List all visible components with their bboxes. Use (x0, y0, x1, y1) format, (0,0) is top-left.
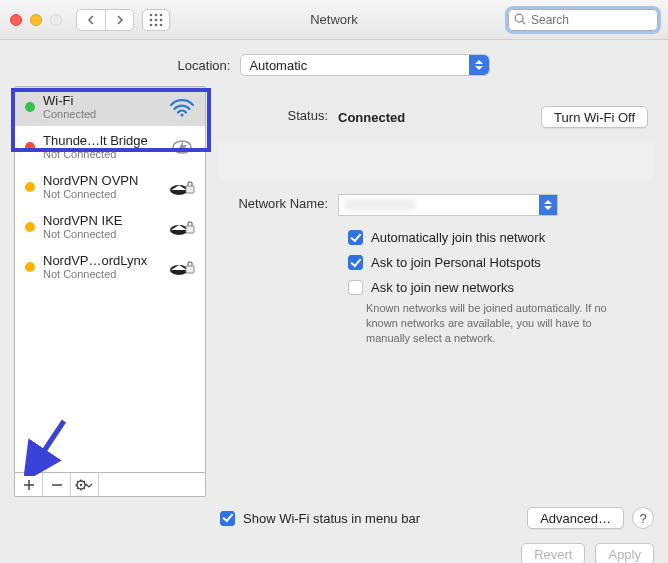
svg-line-24 (77, 481, 78, 482)
svg-rect-15 (186, 226, 194, 233)
auto-join-row: Automatically join this network (348, 230, 654, 245)
service-actions-button[interactable] (71, 473, 99, 496)
sidebar-toolbar (14, 473, 206, 497)
network-name-label: Network Name: (218, 194, 338, 211)
svg-point-8 (160, 23, 163, 26)
vpn-lock-icon (169, 177, 195, 197)
plus-icon (23, 479, 35, 491)
apply-button[interactable]: Apply (595, 543, 654, 563)
svg-point-1 (155, 13, 158, 16)
svg-line-27 (83, 481, 84, 482)
forward-button[interactable] (105, 10, 133, 30)
chevron-left-icon (87, 15, 95, 25)
gear-dropdown-icon (75, 479, 95, 491)
service-item-nordvpn-ike[interactable]: NordVPN IKE Not Connected (15, 206, 205, 246)
service-state: Connected (43, 108, 159, 120)
minimize-window-button[interactable] (30, 14, 42, 26)
minus-icon (51, 479, 63, 491)
grid-icon (149, 13, 163, 27)
zoom-window-button[interactable] (50, 14, 62, 26)
svg-rect-13 (186, 186, 194, 193)
ask-new-networks-label: Ask to join new networks (371, 280, 514, 295)
service-state: Not Connected (43, 188, 159, 200)
vpn-lock-icon (169, 217, 195, 237)
status-dot-icon (25, 142, 35, 152)
network-name-select[interactable] (338, 194, 558, 216)
thunderbolt-icon (170, 138, 194, 156)
svg-point-6 (150, 23, 153, 26)
svg-point-11 (180, 113, 183, 116)
svg-line-25 (83, 487, 84, 488)
status-value: Connected (338, 110, 405, 125)
service-state: Not Connected (43, 228, 159, 240)
ask-new-networks-checkbox[interactable] (348, 280, 363, 295)
service-item-nordvpn-nordlynx[interactable]: NordVP…ordLynx Not Connected (15, 246, 205, 286)
service-name: Wi-Fi (43, 93, 159, 108)
question-mark-icon: ? (639, 511, 646, 526)
window-controls (10, 14, 62, 26)
ask-new-networks-row: Ask to join new networks (348, 280, 654, 295)
location-value: Automatic (249, 58, 307, 73)
detail-panel: Status: Connected Turn Wi-Fi Off Network… (218, 86, 654, 497)
ask-hotspots-label: Ask to join Personal Hotspots (371, 255, 541, 270)
location-label: Location: (178, 58, 231, 73)
svg-point-4 (155, 18, 158, 21)
service-item-wifi[interactable]: Wi-Fi Connected (15, 87, 205, 126)
show-wifi-status-checkbox[interactable] (220, 511, 235, 526)
svg-point-5 (160, 18, 163, 21)
service-item-thunderbolt-bridge[interactable]: Thunde…lt Bridge Not Connected (15, 126, 205, 166)
svg-line-10 (522, 21, 525, 24)
service-name: Thunde…lt Bridge (43, 133, 159, 148)
auto-join-checkbox[interactable] (348, 230, 363, 245)
turn-wifi-off-button[interactable]: Turn Wi-Fi Off (541, 106, 648, 128)
close-window-button[interactable] (10, 14, 22, 26)
updown-arrows-icon (539, 195, 557, 215)
remove-service-button[interactable] (43, 473, 71, 496)
wifi-icon (169, 97, 195, 117)
sidebar: Wi-Fi Connected (14, 86, 206, 497)
service-state: Not Connected (43, 148, 159, 160)
status-dot-icon (25, 102, 35, 112)
service-state: Not Connected (43, 268, 159, 280)
advanced-button[interactable]: Advanced… (527, 507, 624, 529)
svg-line-26 (77, 487, 78, 488)
add-service-button[interactable] (15, 473, 43, 496)
service-name: NordVPN OVPN (43, 173, 159, 188)
location-select[interactable]: Automatic (240, 54, 490, 76)
footer-actions: Revert Apply (0, 533, 668, 563)
chevron-right-icon (116, 15, 124, 25)
svg-point-19 (79, 483, 81, 485)
vpn-lock-icon (169, 257, 195, 277)
search-field-wrap (508, 9, 658, 31)
svg-point-7 (155, 23, 158, 26)
svg-point-3 (150, 18, 153, 21)
network-name-row: Network Name: (218, 194, 654, 216)
search-icon (513, 12, 527, 26)
revert-button[interactable]: Revert (521, 543, 585, 563)
search-input[interactable] (508, 9, 658, 31)
svg-point-9 (515, 14, 523, 22)
ask-hotspots-checkbox[interactable] (348, 255, 363, 270)
status-row: Status: Connected Turn Wi-Fi Off (218, 106, 654, 128)
show-wifi-status-label: Show Wi-Fi status in menu bar (243, 511, 420, 526)
service-name: NordVPN IKE (43, 213, 159, 228)
svg-point-0 (150, 13, 153, 16)
back-button[interactable] (77, 10, 105, 30)
location-row: Location: Automatic (0, 40, 668, 86)
status-dot-icon (25, 262, 35, 272)
updown-arrows-icon (469, 55, 489, 75)
status-dot-icon (25, 222, 35, 232)
titlebar: Network (0, 0, 668, 40)
ask-new-networks-note: Known networks will be joined automatica… (366, 301, 654, 346)
status-label: Status: (218, 106, 338, 123)
svg-rect-17 (186, 266, 194, 273)
help-button[interactable]: ? (632, 507, 654, 529)
bottom-strip: Show Wi-Fi status in menu bar Advanced… … (0, 497, 668, 533)
service-list: Wi-Fi Connected (14, 86, 206, 473)
show-all-button[interactable] (142, 9, 170, 31)
svg-point-2 (160, 13, 163, 16)
ask-hotspots-row: Ask to join Personal Hotspots (348, 255, 654, 270)
service-item-nordvpn-ovpn[interactable]: NordVPN OVPN Not Connected (15, 166, 205, 206)
auto-join-label: Automatically join this network (371, 230, 545, 245)
nav-back-forward (76, 9, 134, 31)
